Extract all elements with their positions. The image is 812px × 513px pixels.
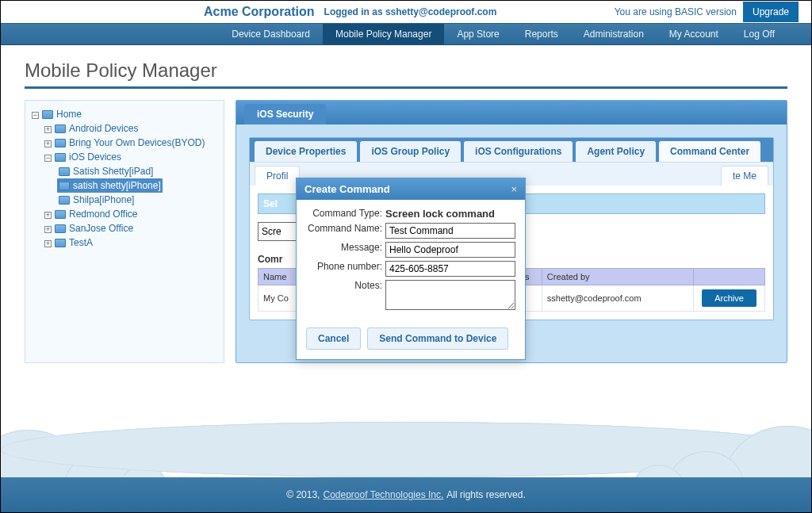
message-label: Message: [306, 242, 385, 253]
tree-testa[interactable]: TestA [69, 237, 93, 248]
subtab-right[interactable]: te Me [721, 166, 768, 186]
footer-copyright: © 2013, [286, 489, 320, 500]
tab-agent-policy[interactable]: Agent Policy [576, 141, 656, 162]
th-created-by: Created by [542, 269, 693, 285]
tab-device-properties[interactable]: Device Properties [255, 141, 357, 162]
phone-field[interactable] [385, 261, 515, 277]
tree-toggle-home[interactable]: − [32, 112, 39, 119]
nav-app-store[interactable]: App Store [444, 24, 511, 44]
tree-ios-child-2[interactable]: Shilpa[iPhone] [73, 194, 134, 205]
notes-label: Notes: [306, 280, 385, 291]
logged-in-user: sshetty@codeproof.com [385, 6, 496, 17]
page-title: Mobile Policy Manager [25, 59, 787, 89]
notes-field[interactable] [385, 280, 515, 310]
archive-button[interactable]: Archive [702, 289, 756, 307]
folder-icon [59, 167, 70, 176]
section-tab-ios-security[interactable]: iOS Security [244, 104, 326, 124]
tree-ios-child-0[interactable]: Satish Shetty[iPad] [73, 166, 153, 177]
tree-byod[interactable]: Bring Your Own Devices(BYOD) [69, 137, 205, 148]
tab-command-center[interactable]: Command Center [659, 141, 760, 162]
tab-ios-group-policy[interactable]: iOS Group Policy [360, 141, 461, 162]
folder-icon [55, 124, 66, 133]
company-name: Acme Corporation [204, 5, 315, 19]
logged-in-text: Logged in as sshetty@codeproof.com [324, 6, 497, 17]
nav-reports[interactable]: Reports [512, 24, 571, 44]
folder-icon [42, 110, 53, 119]
tree-toggle-testa[interactable]: + [44, 240, 52, 247]
tree-home[interactable]: Home [56, 109, 82, 120]
folder-icon [55, 153, 66, 162]
tree-sanjose[interactable]: SanJose Office [69, 223, 133, 234]
cell-created-by: sshetty@codeproof.com [542, 285, 693, 312]
nav-my-account[interactable]: My Account [657, 24, 731, 44]
tree-ios[interactable]: iOS Devices [69, 151, 121, 163]
tree-toggle-sanjose[interactable]: + [44, 226, 52, 233]
close-icon[interactable]: × [511, 183, 517, 195]
decorative-clouds [1, 422, 811, 477]
tree-android[interactable]: Android Devices [69, 123, 138, 134]
folder-icon [55, 224, 66, 233]
command-type-value: Screen lock command [385, 208, 495, 220]
th-action [694, 269, 765, 285]
logged-in-prefix: Logged in as [324, 6, 385, 17]
nav-mobile-policy-manager[interactable]: Mobile Policy Manager [323, 24, 444, 44]
version-text: You are using BASIC version [615, 6, 737, 17]
subtab-left[interactable]: Profil [255, 166, 300, 186]
folder-icon [55, 139, 66, 147]
phone-label: Phone number: [306, 261, 385, 272]
command-type-label: Command Type: [306, 208, 385, 219]
command-name-field[interactable] [385, 223, 515, 239]
folder-icon [59, 196, 70, 205]
folder-icon [59, 182, 70, 190]
nav-log-off[interactable]: Log Off [731, 24, 787, 44]
command-name-label: Command Name: [306, 223, 385, 234]
folder-icon [55, 239, 66, 247]
tree-toggle-android[interactable]: + [44, 126, 52, 133]
main-nav: Device Dashboard Mobile Policy Manager A… [1, 23, 811, 45]
message-field[interactable] [385, 242, 515, 258]
footer-rights: All rights reserved. [446, 489, 525, 500]
footer-link[interactable]: Codeproof Technologies Inc. [323, 489, 443, 500]
folder-icon [55, 210, 66, 219]
cancel-button[interactable]: Cancel [306, 327, 361, 350]
footer: © 2013, Codeproof Technologies Inc. All … [1, 477, 811, 512]
tree-toggle-redmond[interactable]: + [44, 212, 52, 219]
nav-administration[interactable]: Administration [571, 24, 657, 44]
create-command-dialog: Create Command × Command Type: Screen lo… [296, 178, 526, 360]
tree-toggle-byod[interactable]: + [44, 140, 52, 147]
dialog-title: Create Command [304, 183, 390, 195]
tree-toggle-ios[interactable]: − [44, 155, 52, 162]
send-command-button[interactable]: Send Command to Device [367, 327, 508, 350]
tab-ios-configurations[interactable]: iOS Configurations [464, 141, 573, 162]
upgrade-button[interactable]: Upgrade [743, 2, 799, 22]
tree-redmond[interactable]: Redmond Office [69, 209, 138, 220]
nav-device-dashboard[interactable]: Device Dashboard [219, 24, 323, 44]
device-tree: −Home +Android Devices +Bring Your Own D… [25, 100, 224, 363]
tree-ios-child-1[interactable]: satish shetty[iPhone] [73, 180, 161, 191]
